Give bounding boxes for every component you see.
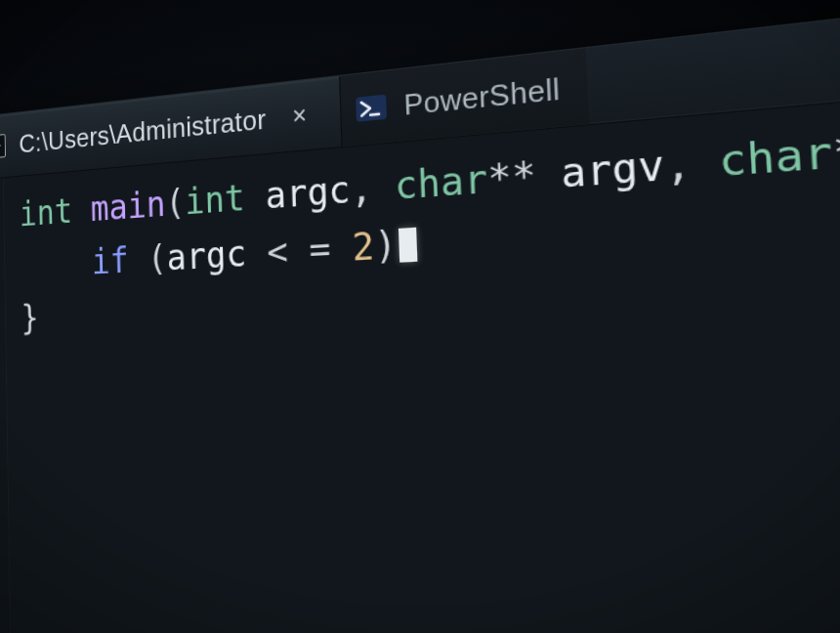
cmd-icon — [0, 134, 6, 159]
line-number: 5 — [0, 396, 7, 447]
line-number: 4 — [0, 344, 6, 396]
tab-cmd-label: C:\Users\Administrator — [19, 103, 267, 159]
tab-close-button[interactable]: × — [281, 95, 317, 135]
code-line: } — [21, 297, 39, 338]
code-line: if (argc < = 2) — [20, 221, 417, 286]
tab-powershell-label: PowerShell — [403, 70, 561, 122]
powershell-icon — [356, 95, 387, 122]
svg-line-0 — [370, 114, 379, 115]
terminal-window: C:\Users\Administrator × PowerShell 1 2 … — [0, 0, 840, 633]
text-cursor — [399, 228, 417, 263]
stage: C:\Users\Administrator × PowerShell 1 2 … — [0, 0, 840, 633]
